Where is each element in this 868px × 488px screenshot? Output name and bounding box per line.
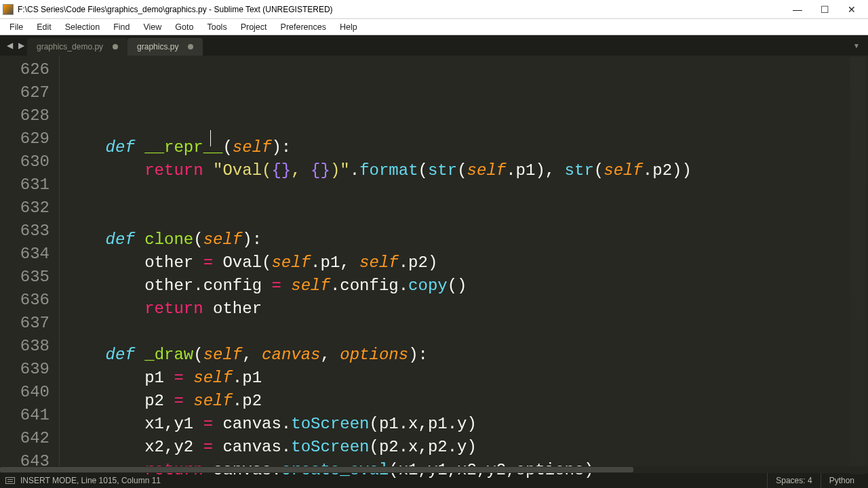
tab-label: graphics.py <box>137 42 178 52</box>
code-line[interactable]: x2,y2 = canvas.toScreen(p2.x,p2.y) <box>66 436 868 459</box>
code-line[interactable]: return other <box>66 298 868 321</box>
window-controls: — ☐ ✕ <box>784 1 865 18</box>
tab-overflow-icon[interactable]: ▼ <box>849 42 864 49</box>
code-line[interactable]: other = Oval(self.p1, self.p2) <box>66 251 868 274</box>
text-cursor <box>210 130 211 146</box>
line-number: 626 <box>0 58 50 81</box>
menu-view[interactable]: View <box>136 20 168 34</box>
code-line[interactable]: x1,y1 = canvas.toScreen(p1.x,p1.y) <box>66 413 868 436</box>
horizontal-scrollbar[interactable] <box>0 466 868 473</box>
menu-edit[interactable]: Edit <box>30 20 58 34</box>
menu-preferences[interactable]: Preferences <box>274 20 333 34</box>
code-line[interactable]: p2 = self.p2 <box>66 390 868 413</box>
editor[interactable]: 6266276286296306316326336346356366376386… <box>0 56 868 473</box>
title-bar: F:\CS Series\Code Files\graphics_demo\gr… <box>0 0 868 19</box>
scrollbar-thumb[interactable] <box>0 467 633 472</box>
code-line[interactable] <box>66 205 868 228</box>
code-line[interactable]: def __repr__(self): <box>66 136 868 159</box>
line-number: 641 <box>0 404 50 427</box>
menu-project[interactable]: Project <box>234 20 274 34</box>
minimize-button[interactable]: — <box>784 1 811 18</box>
menu-goto[interactable]: Goto <box>168 20 200 34</box>
dirty-indicator-icon <box>113 44 118 49</box>
code-line[interactable] <box>66 113 868 136</box>
line-number: 640 <box>0 381 50 404</box>
menu-find[interactable]: Find <box>106 20 136 34</box>
tab-forward-icon[interactable]: ▶ <box>16 41 27 50</box>
line-number: 637 <box>0 312 50 335</box>
menu-selection[interactable]: Selection <box>58 20 106 34</box>
code-line[interactable]: p1 = self.p1 <box>66 367 868 390</box>
panel-switch-icon[interactable] <box>5 477 15 484</box>
code-line[interactable] <box>66 182 868 205</box>
maximize-button[interactable]: ☐ <box>811 1 838 18</box>
line-number: 638 <box>0 335 50 358</box>
line-number-gutter: 6266276286296306316326336346356366376386… <box>0 56 60 473</box>
line-number: 629 <box>0 127 50 150</box>
line-number: 642 <box>0 427 50 450</box>
code-line[interactable] <box>66 321 868 344</box>
app-icon <box>3 4 14 15</box>
code-line[interactable]: def _draw(self, canvas, options): <box>66 344 868 367</box>
code-line[interactable] <box>66 482 868 488</box>
line-number: 634 <box>0 243 50 266</box>
tab-graphics-py[interactable]: graphics.py <box>127 38 203 56</box>
tab-graphics_demo-py[interactable]: graphics_demo.py <box>27 38 127 56</box>
code-area[interactable]: def __repr__(self): return "Oval({}, {})… <box>60 56 868 473</box>
code-line[interactable]: def clone(self): <box>66 228 868 251</box>
line-number: 635 <box>0 266 50 289</box>
line-number: 630 <box>0 150 50 174</box>
line-number: 628 <box>0 104 50 127</box>
line-number: 627 <box>0 81 50 104</box>
window-title: F:\CS Series\Code Files\graphics_demo\gr… <box>18 5 333 14</box>
menu-bar: FileEditSelectionFindViewGotoToolsProjec… <box>0 19 868 35</box>
tab-strip: ◀ ▶ graphics_demo.pygraphics.py ▼ <box>0 35 868 56</box>
line-number: 639 <box>0 358 50 381</box>
line-number: 636 <box>0 289 50 312</box>
menu-help[interactable]: Help <box>333 20 364 34</box>
line-number: 633 <box>0 220 50 243</box>
dirty-indicator-icon <box>188 44 193 49</box>
code-line[interactable]: return "Oval({}, {})".format(str(self.p1… <box>66 159 868 182</box>
line-number: 632 <box>0 197 50 220</box>
code-line[interactable]: other.config = self.config.copy() <box>66 274 868 298</box>
minimap[interactable] <box>850 57 865 474</box>
close-button[interactable]: ✕ <box>838 1 865 18</box>
menu-tools[interactable]: Tools <box>200 20 233 34</box>
tab-back-icon[interactable]: ◀ <box>4 41 16 50</box>
tab-label: graphics_demo.py <box>37 42 103 52</box>
line-number: 631 <box>0 174 50 197</box>
menu-file[interactable]: File <box>3 20 30 34</box>
